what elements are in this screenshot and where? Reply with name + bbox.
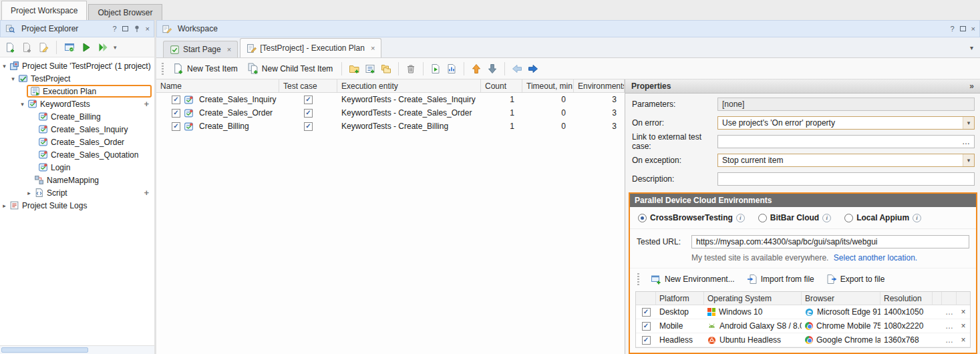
execution-plan-highlight[interactable]: Execution Plan — [27, 85, 152, 98]
copy-group-button[interactable] — [379, 61, 393, 76]
enable-project-button[interactable] — [62, 40, 77, 55]
environment-checkbox[interactable]: ✓ — [642, 308, 651, 317]
new-test-item-button[interactable]: New Test Item — [168, 61, 242, 75]
toolbar-grip[interactable] — [162, 63, 164, 75]
environment-row[interactable]: ✓ Desktop Windows 10 Microsoft Edge 91 1… — [636, 305, 970, 319]
radio-button[interactable] — [844, 214, 853, 222]
description-input[interactable] — [718, 173, 974, 185]
environment-checkbox[interactable]: ✓ — [642, 322, 651, 331]
tree-item-project-suite-logs[interactable]: ▸ Project Suite Logs — [0, 199, 154, 212]
column-header-environments[interactable]: Environments — [574, 79, 625, 92]
column-header-resolution[interactable]: Resolution — [880, 292, 933, 305]
add-new-item-button[interactable] — [3, 40, 17, 55]
new-list-button[interactable] — [363, 61, 377, 76]
toolbar-grip[interactable] — [637, 273, 639, 285]
column-header-platform[interactable]: Platform — [656, 292, 704, 305]
tab-project-workspace[interactable]: Project Workspace — [1, 1, 87, 20]
tree-item-login[interactable]: Login — [0, 161, 154, 174]
environment-checkbox[interactable]: ✓ — [642, 336, 651, 345]
table-row[interactable]: ✓ Create_Sales_Order ✓ KeywordTests - Cr… — [156, 106, 625, 120]
import-from-file-button[interactable]: Import from file — [743, 273, 818, 286]
tree-item-keywordtests[interactable]: ▾ KeywordTests + — [0, 98, 154, 110]
row-options-button[interactable]: … — [942, 307, 957, 317]
tree-expander-icon[interactable]: ▸ — [0, 202, 9, 209]
tree-expander-icon[interactable]: ▾ — [18, 101, 27, 108]
parameters-field[interactable]: [none] — [717, 98, 975, 111]
add-existing-item-button[interactable] — [19, 40, 34, 55]
show-report-button[interactable] — [444, 61, 459, 76]
column-header-operating-system[interactable]: Operating System — [704, 292, 802, 305]
row-options-button[interactable]: … — [942, 335, 957, 345]
environment-row[interactable]: ✓ Headless Ubuntu Headless Google Chrome… — [636, 333, 970, 347]
close-tab-icon[interactable]: × — [227, 45, 231, 53]
provider-crossbrowsertesting[interactable]: CrossBrowserTesting i — [638, 213, 745, 222]
chevron-down-icon[interactable]: ▾ — [963, 117, 974, 129]
pin-icon[interactable] — [134, 25, 140, 33]
tree-item-namemapping[interactable]: NameMapping — [0, 174, 154, 186]
remove-environment-button[interactable]: × — [957, 335, 970, 345]
help-icon[interactable]: ? — [112, 25, 116, 33]
provider-local-appium[interactable]: Local Appium i — [844, 213, 921, 222]
tree-item-create-sales-quotation[interactable]: Create_Sales_Quotation — [0, 148, 154, 161]
browse-ellipsis-button[interactable]: … — [958, 137, 974, 146]
tree-item-create-billing[interactable]: Create_Billing — [0, 110, 154, 123]
radio-button[interactable] — [638, 214, 647, 222]
column-header-execution-entity[interactable]: Execution entity — [337, 79, 481, 92]
help-icon[interactable]: ? — [950, 25, 954, 33]
tab-start-page[interactable]: Start Page × — [163, 41, 238, 57]
column-header-test-case[interactable]: Test case — [279, 79, 337, 92]
tested-url-input[interactable] — [692, 236, 969, 248]
on-error-select[interactable]: Use project's 'On error' property ▾ — [717, 116, 975, 130]
row-options-button[interactable]: … — [942, 321, 957, 331]
environment-row[interactable]: ✓ Mobile Android Galaxy S8 / 8.0 Chrome … — [636, 319, 970, 333]
table-row[interactable]: ✓ Create_Billing ✓ KeywordTests - Create… — [156, 120, 625, 133]
select-location-link[interactable]: Select another location. — [834, 253, 917, 262]
row-enabled-checkbox[interactable]: ✓ — [172, 109, 180, 118]
collapse-panel-icon[interactable]: » — [969, 81, 974, 91]
link-external-input[interactable] — [718, 136, 958, 148]
float-window-icon[interactable] — [960, 26, 966, 31]
tab-list-chevron-icon[interactable]: ▾ — [970, 44, 973, 51]
tree-item-testproject[interactable]: ▾ TestProject — [0, 72, 154, 85]
add-keyword-test-button[interactable]: + — [144, 99, 149, 109]
remove-environment-button[interactable]: × — [957, 321, 970, 331]
run-project-suite-button[interactable] — [96, 40, 110, 55]
info-icon[interactable]: i — [736, 214, 745, 222]
tree-horizontal-scrollbar[interactable] — [0, 345, 154, 354]
move-up-button[interactable] — [469, 61, 484, 76]
column-header-browser[interactable]: Browser — [802, 292, 880, 305]
info-icon[interactable]: i — [913, 214, 921, 222]
edit-item-button[interactable] — [36, 40, 51, 55]
outdent-item-button[interactable] — [510, 61, 524, 76]
tree-item-project-suite[interactable]: ▾ Project Suite 'TestProject' (1 project… — [0, 59, 154, 72]
indent-item-button[interactable] — [526, 61, 540, 76]
column-header-timeout[interactable]: Timeout, min — [522, 79, 574, 92]
test-case-checkbox[interactable]: ✓ — [304, 109, 313, 118]
new-environment-button[interactable]: New Environment... — [647, 273, 739, 286]
float-window-icon[interactable] — [122, 26, 128, 31]
test-case-checkbox[interactable]: ✓ — [304, 122, 313, 131]
close-tab-icon[interactable]: × — [371, 44, 375, 52]
column-header-count[interactable]: Count — [481, 79, 522, 92]
move-down-button[interactable] — [485, 61, 500, 76]
export-to-file-button[interactable]: Export to file — [822, 273, 889, 286]
provider-bitbar-cloud[interactable]: BitBar Cloud i — [758, 213, 831, 222]
radio-button[interactable] — [758, 214, 767, 222]
test-case-checkbox[interactable]: ✓ — [304, 96, 313, 104]
row-enabled-checkbox[interactable]: ✓ — [172, 122, 180, 131]
remove-environment-button[interactable]: × — [957, 307, 970, 317]
tree-expander-icon[interactable]: ▾ — [9, 75, 17, 82]
on-exception-select[interactable]: Stop current item ▾ — [717, 154, 975, 167]
chevron-down-icon[interactable]: ▾ — [963, 154, 974, 166]
info-icon[interactable]: i — [822, 214, 831, 222]
tree-item-script[interactable]: ▸ Script + — [0, 186, 154, 199]
new-group-button[interactable] — [347, 61, 361, 76]
new-child-test-item-button[interactable]: New Child Test Item — [243, 61, 337, 75]
row-enabled-checkbox[interactable]: ✓ — [172, 96, 180, 104]
tree-expander-icon[interactable]: ▾ — [0, 63, 9, 69]
scrollbar-thumb[interactable] — [1, 347, 88, 353]
run-project-button[interactable] — [79, 40, 94, 55]
tab-object-browser[interactable]: Object Browser — [88, 4, 162, 20]
tab-execution-plan[interactable]: [TestProject] - Execution Plan × — [240, 38, 381, 57]
close-icon[interactable]: × — [146, 25, 150, 33]
